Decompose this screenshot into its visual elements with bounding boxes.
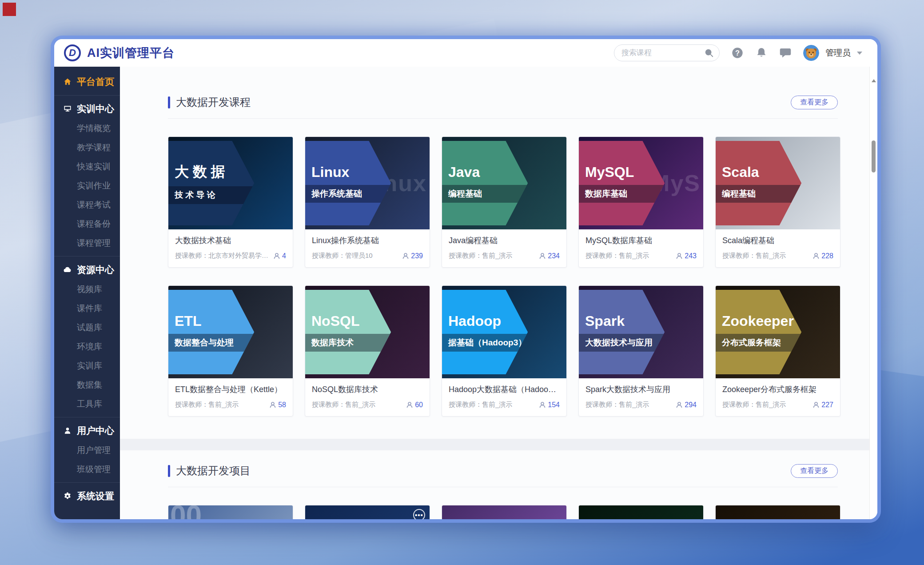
project-card[interactable]: ••• 大数据开发案例 [305, 505, 430, 519]
student-count-wrap: 154 [539, 401, 560, 409]
sidebar-divider [54, 256, 120, 256]
cover-banner-title: NoSQL [305, 313, 391, 329]
sidebar-item[interactable]: 平台首页 [54, 72, 120, 92]
cover-banner-subtitle: 数据库技术 [305, 334, 391, 352]
sidebar-subitem[interactable]: 学情概览 [54, 119, 120, 138]
course-card[interactable]: MyS MySQL 数据库基础 MySQL数据库基础 授课教师：售前_演示 24… [578, 136, 704, 268]
cover-banner-title: Java [442, 164, 528, 180]
course-title: 大数据技术基础 [175, 235, 286, 246]
course-card[interactable]: inux Linux 操作系统基础 Linux操作系统基础 授课教师：管理员10… [305, 136, 430, 268]
course-title: Hadoop大数据基础（Hadoop3） [449, 384, 560, 395]
course-teacher: 授课教师：售前_演示 [449, 252, 535, 260]
course-info: MySQL数据库基础 授课教师：售前_演示 243 [579, 229, 703, 267]
section-divider [168, 487, 838, 487]
chat-icon[interactable] [779, 47, 792, 59]
search-icon[interactable] [704, 48, 714, 58]
cover-banner-subtitle: 据基础（Hadoop3） [442, 334, 528, 352]
section-divider [168, 118, 838, 119]
sidebar-subitem[interactable]: 课件库 [54, 299, 120, 318]
course-title: Scala编程基础 [722, 235, 833, 246]
course-title: Spark大数据技术与应用 [585, 384, 697, 395]
sidebar-menu: 平台首页实训中心学情概览教学课程快速实训实训作业课程考试课程备份课程管理资源中心… [54, 72, 120, 506]
sidebar-subitem[interactable]: 课程管理 [54, 233, 120, 252]
student-count-icon [676, 401, 683, 409]
sidebar: 平台首页实训中心学情概览教学课程快速实训实训作业课程考试课程备份课程管理资源中心… [54, 67, 120, 519]
search-box[interactable] [614, 44, 720, 61]
student-count: 60 [415, 401, 423, 409]
app-title: AI实训管理平台 [87, 45, 175, 61]
sidebar-item[interactable]: 系统设置 [54, 486, 120, 506]
sidebar-subitem[interactable]: 工具库 [54, 394, 120, 413]
student-count-icon [812, 252, 820, 260]
course-card[interactable]: Hadoop 据基础（Hadoop3） Hadoop大数据基础（Hadoop3）… [442, 285, 567, 417]
cover-banner-title: Linux [305, 164, 391, 180]
sidebar-subitem[interactable]: 数据集 [54, 375, 120, 394]
sidebar-item[interactable]: 用户中心 [54, 421, 120, 441]
cover-banner: MySQL 数据库基础 [579, 141, 665, 225]
cloud-icon [63, 265, 72, 274]
sidebar-subitem[interactable]: 实训作业 [54, 176, 120, 195]
project-card[interactable]: 00 ••• 大数据开发案例 [168, 505, 293, 519]
course-meta: 授课教师：售前_演示 227 [722, 401, 833, 409]
cover-banner: 大 数 据 技 术 导 论 [168, 141, 254, 225]
svg-text:?: ? [735, 49, 740, 57]
student-count: 227 [821, 401, 833, 409]
course-teacher: 授课教师：售前_演示 [449, 401, 535, 409]
course-card[interactable]: Zookeeper 分布式服务框架 Zookeeper分布式服务框架 授课教师：… [715, 285, 840, 417]
courses-view-more-button[interactable]: 查看更多 [791, 96, 838, 109]
sidebar-subitem[interactable]: 课程备份 [54, 214, 120, 233]
sidebar-item-label: 资源中心 [77, 264, 114, 276]
project-card[interactable]: ••• 大数据开发案例 [442, 505, 567, 519]
student-count-wrap: 294 [676, 401, 697, 409]
scrollbar-track[interactable] [869, 67, 877, 519]
course-cover: inux Linux 操作系统基础 [305, 137, 430, 229]
course-card[interactable]: Java 编程基础 Java编程基础 授课教师：售前_演示 234 [442, 136, 567, 268]
scrollbar-thumb[interactable] [872, 140, 876, 172]
course-title: MySQL数据库基础 [585, 235, 697, 246]
bell-icon[interactable] [755, 47, 768, 59]
course-card[interactable]: Spark 大数据技术与应用 Spark大数据技术与应用 授课教师：售前_演示 … [578, 285, 704, 417]
course-teacher: 授课教师：售前_演示 [585, 401, 672, 409]
course-info: Linux操作系统基础 授课教师：管理员10 239 [305, 229, 430, 267]
sidebar-item[interactable]: 实训中心 [54, 99, 120, 119]
user-name[interactable]: 管理员 [825, 47, 851, 59]
cover-banner-subtitle: 数据库基础 [579, 185, 665, 203]
sidebar-subitem[interactable]: 实训库 [54, 356, 120, 375]
student-count-wrap: 228 [812, 252, 833, 260]
sidebar-subitem[interactable]: 课程考试 [54, 195, 120, 214]
projects-view-more-button[interactable]: 查看更多 [791, 464, 838, 478]
home-icon [63, 77, 72, 86]
sidebar-divider [54, 95, 120, 96]
course-meta: 授课教师：售前_演示 60 [312, 401, 423, 409]
header-actions: ? 管理员 [614, 44, 862, 61]
sidebar-subitem[interactable]: 视频库 [54, 280, 120, 299]
user-avatar[interactable] [803, 45, 819, 61]
sidebar-subitem[interactable]: 班级管理 [54, 460, 120, 479]
sidebar-subitem[interactable]: 教学课程 [54, 138, 120, 157]
search-input[interactable] [621, 48, 704, 57]
desktop-background: D AI实训管理平台 ? [0, 0, 924, 565]
cover-banner-subtitle: 大数据技术与应用 [579, 334, 665, 352]
project-card[interactable]: ••• 大数据开发案例 [578, 505, 704, 519]
course-info: 大数据技术基础 授课教师：北京市对外贸易学校教... 4 [168, 229, 293, 267]
course-card[interactable]: Scala 编程基础 Scala编程基础 授课教师：售前_演示 228 [715, 136, 840, 268]
student-count-icon [539, 401, 546, 409]
scroll-up-arrow[interactable] [872, 79, 876, 82]
sidebar-subitem[interactable]: 用户管理 [54, 441, 120, 460]
project-card[interactable]: ••• 大数据开发案例 [715, 505, 840, 519]
course-meta: 授课教师：售前_演示 234 [449, 252, 560, 260]
student-count-icon [269, 401, 276, 409]
chevron-down-icon[interactable] [857, 52, 862, 55]
help-icon[interactable]: ? [731, 47, 744, 59]
course-cover: Scala 编程基础 [716, 137, 840, 229]
course-card[interactable]: ETL 数据整合与处理 ETL数据整合与处理（Kettle） 授课教师：售前_演… [168, 285, 293, 417]
sidebar-subitem[interactable]: 环境库 [54, 337, 120, 356]
course-meta: 授课教师：管理员10 239 [312, 252, 423, 260]
course-card[interactable]: NoSQL 数据库技术 NoSQL数据库技术 授课教师：售前_演示 60 [305, 285, 430, 417]
sidebar-subitem[interactable]: 试题库 [54, 318, 120, 337]
sidebar-item[interactable]: 资源中心 [54, 260, 120, 280]
app-window: D AI实训管理平台 ? [54, 39, 877, 519]
cover-banner: Java 编程基础 [442, 141, 528, 225]
sidebar-subitem[interactable]: 快速实训 [54, 157, 120, 176]
course-card[interactable]: 大 数 据 技 术 导 论 大数据技术基础 授课教师：北京市对外贸易学校教...… [168, 136, 293, 268]
